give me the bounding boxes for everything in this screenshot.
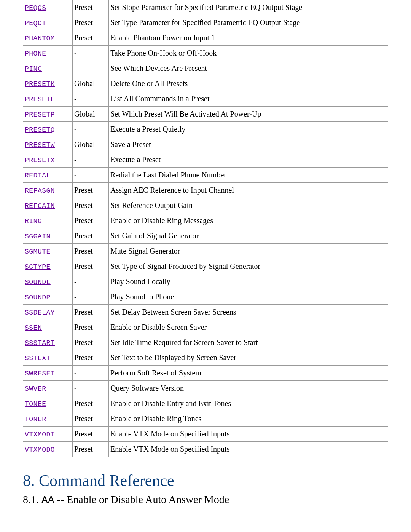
storage-type-cell: Preset — [73, 335, 109, 350]
command-link[interactable]: SSSTART — [25, 339, 55, 347]
description-cell: List All Commmands in a Preset — [109, 91, 388, 107]
command-link[interactable]: SSTEXT — [25, 355, 51, 362]
table-row: PRESETPGlobalSet Which Preset Will Be Ac… — [23, 107, 388, 122]
table-row: REFGAINPresetSet Reference Output Gain — [23, 198, 388, 213]
command-link[interactable]: VTXMODI — [25, 431, 55, 438]
command-cell: SOUNDL — [23, 274, 73, 289]
table-row: SSSTARTPresetSet Idle Time Required for … — [23, 335, 388, 350]
description-cell: Execute a Preset Quietly — [109, 122, 388, 137]
command-cell: PHONE — [23, 46, 73, 61]
command-link[interactable]: SGTYPE — [25, 263, 51, 271]
storage-type-cell: - — [73, 381, 109, 396]
command-cell: REDIAL — [23, 168, 73, 183]
table-row: PEQOSPresetSet Slope Parameter for Speci… — [23, 0, 388, 15]
command-link[interactable]: SSDELAY — [25, 309, 55, 316]
command-link[interactable]: TONER — [25, 415, 46, 423]
command-link[interactable]: TONEE — [25, 400, 46, 408]
command-link[interactable]: SWVER — [25, 385, 46, 393]
command-link[interactable]: PING — [25, 65, 42, 73]
command-link[interactable]: PRESETQ — [25, 126, 55, 134]
command-link[interactable]: PHANTOM — [25, 35, 55, 42]
command-cell: REFASGN — [23, 183, 73, 198]
description-cell: Set Type Parameter for Specified Paramet… — [109, 15, 388, 30]
command-link[interactable]: SGMUTE — [25, 248, 51, 256]
command-cell: SGTYPE — [23, 259, 73, 274]
subsection-command-code: AA — [41, 494, 54, 506]
table-row: RINGPresetEnable or Disable Ring Message… — [23, 213, 388, 228]
description-cell: Set Gain of Signal Generator — [109, 228, 388, 244]
command-link[interactable]: PRESETW — [25, 141, 55, 149]
command-link[interactable]: PRESETX — [25, 157, 55, 164]
command-cell: TONEE — [23, 396, 73, 411]
command-link[interactable]: PEQOT — [25, 19, 46, 27]
storage-type-cell: Preset — [73, 442, 109, 457]
description-cell: Set Text to be Displayed by Screen Saver — [109, 350, 388, 366]
command-cell: PRESETK — [23, 76, 73, 91]
command-link[interactable]: REFGAIN — [25, 202, 55, 210]
storage-type-cell: - — [73, 289, 109, 305]
table-row: REDIAL-Redial the Last Dialed Phone Numb… — [23, 168, 388, 183]
command-cell: PRESETP — [23, 107, 73, 122]
storage-type-cell: - — [73, 274, 109, 289]
command-link[interactable]: PRESETP — [25, 111, 55, 118]
command-cell: PRESETL — [23, 91, 73, 107]
storage-type-cell: - — [73, 122, 109, 137]
storage-type-cell: - — [73, 91, 109, 107]
table-row: PING-See Which Devices Are Present — [23, 61, 388, 76]
table-row: SSTEXTPresetSet Text to be Displayed by … — [23, 350, 388, 366]
command-link[interactable]: SOUNDP — [25, 294, 51, 301]
table-row: PRESETQ-Execute a Preset Quietly — [23, 122, 388, 137]
table-row: SGGAINPresetSet Gain of Signal Generator — [23, 228, 388, 244]
storage-type-cell: Global — [73, 137, 109, 152]
storage-type-cell: Preset — [73, 213, 109, 228]
storage-type-cell: - — [73, 168, 109, 183]
command-link[interactable]: REDIAL — [25, 172, 51, 179]
table-row: PHANTOMPresetEnable Phantom Power on Inp… — [23, 30, 388, 46]
storage-type-cell: Preset — [73, 411, 109, 427]
command-link[interactable]: RING — [25, 217, 42, 225]
command-link[interactable]: REFASGN — [25, 187, 55, 195]
description-cell: Save a Preset — [109, 137, 388, 152]
command-link[interactable]: SWRESET — [25, 370, 55, 377]
command-link[interactable]: VTXMODO — [25, 446, 55, 454]
command-link[interactable]: PRESETK — [25, 80, 55, 88]
table-row: SOUNDP-Play Sound to Phone — [23, 289, 388, 305]
table-row: PEQOTPresetSet Type Parameter for Specif… — [23, 15, 388, 30]
command-cell: PRESETX — [23, 152, 73, 168]
storage-type-cell: Preset — [73, 259, 109, 274]
storage-type-cell: Preset — [73, 427, 109, 442]
description-cell: Play Sound Locally — [109, 274, 388, 289]
command-cell: SOUNDP — [23, 289, 73, 305]
description-cell: Set Reference Output Gain — [109, 198, 388, 213]
description-cell: Set Idle Time Required for Screen Saver … — [109, 335, 388, 350]
storage-type-cell: Preset — [73, 396, 109, 411]
command-cell: RING — [23, 213, 73, 228]
table-row: REFASGNPresetAssign AEC Reference to Inp… — [23, 183, 388, 198]
description-cell: Enable VTX Mode on Specified Inputs — [109, 427, 388, 442]
storage-type-cell: Preset — [73, 198, 109, 213]
command-cell: TONER — [23, 411, 73, 427]
storage-type-cell: - — [73, 152, 109, 168]
command-link[interactable]: SGGAIN — [25, 233, 51, 240]
table-row: SOUNDL-Play Sound Locally — [23, 274, 388, 289]
command-cell: SSDELAY — [23, 305, 73, 320]
description-cell: Enable or Disable Entry and Exit Tones — [109, 396, 388, 411]
storage-type-cell: Preset — [73, 183, 109, 198]
description-cell: Set Type of Signal Produced by Signal Ge… — [109, 259, 388, 274]
command-cell: SSTEXT — [23, 350, 73, 366]
command-link[interactable]: PRESETL — [25, 96, 55, 103]
command-cell: PEQOT — [23, 15, 73, 30]
command-cell: SGMUTE — [23, 244, 73, 259]
command-link[interactable]: SSEN — [25, 324, 42, 332]
storage-type-cell: Preset — [73, 320, 109, 335]
table-row: SWVER-Query Software Version — [23, 381, 388, 396]
command-link[interactable]: SOUNDL — [25, 278, 51, 286]
command-link[interactable]: PEQOS — [25, 4, 46, 12]
description-cell: Enable or Disable Screen Saver — [109, 320, 388, 335]
command-link[interactable]: PHONE — [25, 50, 46, 58]
command-cell: VTXMODO — [23, 442, 73, 457]
description-cell: Enable or Disable Ring Messages — [109, 213, 388, 228]
table-row: PRESETL-List All Commmands in a Preset — [23, 91, 388, 107]
document-page: PEQOSPresetSet Slope Parameter for Speci… — [0, 0, 411, 529]
description-cell: Enable Phantom Power on Input 1 — [109, 30, 388, 46]
